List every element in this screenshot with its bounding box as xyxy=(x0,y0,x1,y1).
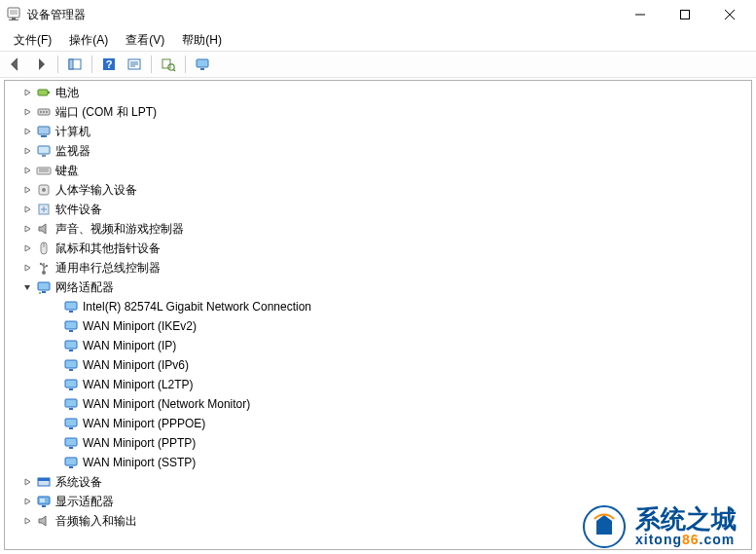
window-title: 设备管理器 xyxy=(27,7,86,23)
network-adapter-icon xyxy=(63,318,79,334)
battery-icon xyxy=(36,85,52,100)
tree-category-computer[interactable]: 计算机 xyxy=(5,122,751,141)
svg-rect-51 xyxy=(69,388,73,390)
svg-rect-61 xyxy=(38,478,50,481)
svg-rect-57 xyxy=(69,447,73,449)
tree-device-item[interactable]: WAN Miniport (Network Monitor) xyxy=(5,394,751,414)
tree-category-keyboards[interactable]: 键盘 xyxy=(5,161,751,180)
tree-category-label: 通用串行总线控制器 xyxy=(55,260,161,277)
svg-rect-49 xyxy=(69,369,73,371)
network-adapter-icon xyxy=(63,396,79,412)
svg-rect-6 xyxy=(69,59,73,69)
tree-category-label: 网络适配器 xyxy=(55,279,114,296)
tree-category-monitors[interactable]: 监视器 xyxy=(5,141,751,161)
tree-category-sound[interactable]: 声音、视频和游戏控制器 xyxy=(5,219,751,239)
tree-category-network[interactable]: 网络适配器 xyxy=(5,277,751,297)
maximize-button[interactable] xyxy=(663,0,707,29)
expand-arrow-closed-icon[interactable] xyxy=(20,203,34,216)
network-icon xyxy=(36,279,52,295)
scan-hardware-button[interactable] xyxy=(157,53,180,76)
minimize-button[interactable] xyxy=(618,0,663,29)
tree-category-label: 人体学输入设备 xyxy=(55,182,137,199)
device-tree: 电池端口 (COM 和 LPT)计算机监视器键盘人体学输入设备软件设备声音、视频… xyxy=(5,81,751,533)
device-tree-panel[interactable]: 电池端口 (COM 和 LPT)计算机监视器键盘人体学输入设备软件设备声音、视频… xyxy=(4,80,752,550)
expand-arrow-closed-icon[interactable] xyxy=(20,86,34,99)
svg-rect-19 xyxy=(48,92,50,93)
tree-category-usb[interactable]: 通用串行总线控制器 xyxy=(5,258,751,277)
tree-category-ports[interactable]: 端口 (COM 和 LPT) xyxy=(5,102,751,122)
tree-category-label: 键盘 xyxy=(55,163,79,179)
expand-arrow-closed-icon[interactable] xyxy=(20,261,34,275)
expand-arrow-open-icon[interactable] xyxy=(20,280,34,294)
expand-arrow-closed-icon[interactable] xyxy=(20,514,34,528)
svg-rect-26 xyxy=(38,146,50,154)
expand-arrow-closed-icon[interactable] xyxy=(20,495,34,508)
expand-arrow-closed-icon[interactable] xyxy=(20,164,34,177)
svg-rect-59 xyxy=(69,466,73,468)
toolbar-separator xyxy=(91,55,92,73)
display-icon xyxy=(36,494,52,509)
tree-device-item[interactable]: WAN Miniport (SSTP) xyxy=(5,453,751,472)
svg-rect-55 xyxy=(69,427,73,429)
tree-device-item[interactable]: Intel(R) 82574L Gigabit Network Connecti… xyxy=(5,297,751,316)
mouse-icon xyxy=(36,240,52,256)
tree-category-display[interactable]: 显示适配器 xyxy=(5,492,751,511)
tree-category-label: 鼠标和其他指针设备 xyxy=(55,240,161,257)
expand-arrow-closed-icon[interactable] xyxy=(20,144,34,158)
tree-device-item[interactable]: WAN Miniport (L2TP) xyxy=(5,375,751,394)
svg-rect-25 xyxy=(41,135,47,137)
svg-rect-2 xyxy=(12,18,16,19)
tree-device-item[interactable]: WAN Miniport (IP) xyxy=(5,336,751,355)
tree-category-mice[interactable]: 鼠标和其他指针设备 xyxy=(5,239,751,258)
svg-rect-46 xyxy=(65,341,77,349)
port-icon xyxy=(36,104,52,120)
tree-device-label: WAN Miniport (Network Monitor) xyxy=(83,397,250,411)
svg-rect-52 xyxy=(65,399,77,407)
computer-icon xyxy=(36,124,52,139)
expand-arrow-closed-icon[interactable] xyxy=(20,183,34,197)
view-devices-button[interactable] xyxy=(191,53,214,76)
svg-rect-45 xyxy=(69,330,73,332)
tree-category-hid[interactable]: 人体学输入设备 xyxy=(5,180,751,200)
properties-button[interactable] xyxy=(123,53,146,76)
forward-button[interactable] xyxy=(29,53,53,76)
svg-line-15 xyxy=(173,69,175,71)
toolbar: ? xyxy=(0,51,756,78)
menu-help[interactable]: 帮助(H) xyxy=(174,30,230,51)
back-button[interactable] xyxy=(4,53,27,76)
expand-arrow-closed-icon[interactable] xyxy=(20,475,34,489)
svg-text:?: ? xyxy=(106,58,113,70)
expand-arrow-closed-icon[interactable] xyxy=(20,241,34,255)
expand-arrow-closed-icon[interactable] xyxy=(20,105,34,119)
tree-device-item[interactable]: WAN Miniport (IPv6) xyxy=(5,355,751,375)
tree-device-label: WAN Miniport (PPTP) xyxy=(83,436,196,450)
tree-category-system[interactable]: 系统设备 xyxy=(5,472,751,492)
menu-file[interactable]: 文件(F) xyxy=(6,30,59,51)
svg-point-23 xyxy=(46,111,48,113)
svg-rect-50 xyxy=(65,380,77,388)
tree-category-label: 声音、视频和游戏控制器 xyxy=(55,221,184,238)
close-button[interactable] xyxy=(707,0,752,29)
svg-rect-64 xyxy=(40,499,45,502)
svg-rect-44 xyxy=(65,321,77,329)
menu-action[interactable]: 操作(A) xyxy=(61,30,116,51)
tree-device-label: WAN Miniport (L2TP) xyxy=(83,378,194,391)
tree-device-item[interactable]: WAN Miniport (PPPOE) xyxy=(5,414,751,433)
tree-device-item[interactable]: WAN Miniport (IKEv2) xyxy=(5,316,751,336)
tree-device-item[interactable]: WAN Miniport (PPTP) xyxy=(5,433,751,453)
show-hide-console-button[interactable] xyxy=(63,53,87,76)
svg-rect-18 xyxy=(38,90,48,95)
svg-point-22 xyxy=(43,111,45,113)
expand-arrow-closed-icon[interactable] xyxy=(20,222,34,236)
tree-device-label: WAN Miniport (IP) xyxy=(83,339,176,352)
help-button[interactable]: ? xyxy=(97,53,121,76)
svg-point-32 xyxy=(42,188,46,192)
tree-category-battery[interactable]: 电池 xyxy=(5,83,751,102)
svg-rect-39 xyxy=(38,282,50,290)
expand-arrow-closed-icon[interactable] xyxy=(20,125,34,138)
tree-category-label: 音频输入和输出 xyxy=(55,513,137,530)
tree-category-audio-io[interactable]: 音频输入和输出 xyxy=(5,511,751,531)
tree-category-software-dev[interactable]: 软件设备 xyxy=(5,200,751,219)
usb-icon xyxy=(36,260,52,276)
menu-view[interactable]: 查看(V) xyxy=(118,30,172,51)
